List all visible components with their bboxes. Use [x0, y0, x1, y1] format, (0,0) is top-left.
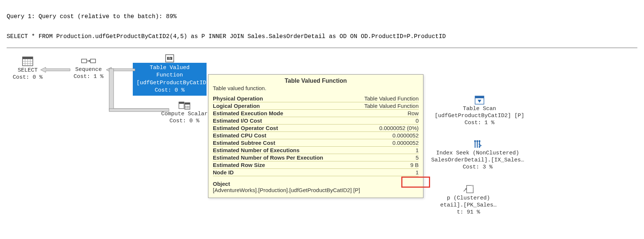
key-lookup-icon [463, 185, 474, 194]
svg-rect-7 [82, 59, 87, 63]
svg-rect-1 [22, 57, 33, 59]
function-icon: fx [166, 55, 174, 62]
tooltip-title: Table Valued Function [213, 78, 419, 84]
plan-node-label: Table Valued Function [136, 64, 203, 79]
svg-rect-36 [111, 69, 114, 71]
plan-arrow [41, 66, 70, 73]
svg-point-20 [188, 106, 189, 107]
operator-tooltip: Table Valued Function Table valued funct… [208, 74, 423, 198]
plan-node-cost: Cost: 3 % [424, 164, 531, 171]
svg-point-21 [186, 107, 186, 108]
svg-marker-37 [105, 109, 111, 111]
plan-node-select[interactable]: SELECT Cost: 0 % [11, 57, 44, 81]
tooltip-object-value: [AdventureWorks].[Production].[udfGetPro… [213, 187, 419, 193]
svg-rect-8 [90, 59, 96, 63]
svg-marker-34 [41, 67, 70, 72]
plan-node-label: Table Scan [432, 106, 527, 113]
plan-node-table-scan[interactable]: Table Scan [udfGetProductByCatID2] [P] C… [432, 96, 527, 126]
svg-rect-17 [185, 103, 190, 105]
svg-point-28 [477, 140, 478, 142]
plan-node-label: p (Clustered) [424, 195, 513, 202]
tooltip-subtitle: Table valued function. [213, 85, 419, 91]
table-scan-icon [475, 96, 484, 104]
plan-node-label: Compute Scalar [155, 111, 214, 118]
tooltip-properties-table: Physical OperationTable Valued Function … [213, 95, 419, 176]
svg-point-23 [188, 107, 189, 108]
query-header: Query 1: Query cost (relative to the bat… [0, 0, 644, 47]
plan-node-cost: t: 91 % [424, 209, 513, 216]
plan-node-cost: Cost: 1 % [66, 74, 111, 81]
svg-point-29 [479, 140, 481, 142]
plan-node-tvf[interactable]: fx Table Valued Function [udfGetProductB… [133, 55, 207, 96]
plan-node-cost: Cost: 1 % [432, 120, 527, 127]
plan-node-sequence[interactable]: Sequence Cost: 1 % [66, 57, 111, 81]
svg-point-22 [187, 107, 188, 108]
svg-rect-25 [475, 96, 484, 98]
plan-node-detail: [udfGetProductByCatID2] [P] [432, 113, 527, 120]
plan-node-detail: SalesOrderDetail].[IX_Sales… [424, 157, 531, 164]
plan-node-key-lookup[interactable]: p (Clustered) etail].[PK_Sales… t: 91 % [424, 185, 513, 216]
plan-node-cost: Cost: 0 % [155, 118, 214, 125]
execution-plan-canvas[interactable]: SELECT Cost: 0 % Sequence Cost: 1 % fx T… [0, 48, 644, 239]
plan-node-cost: Cost: 0 % [11, 74, 44, 81]
svg-rect-15 [179, 102, 184, 104]
index-seek-icon [473, 140, 482, 148]
svg-point-19 [187, 106, 188, 107]
select-icon [22, 57, 33, 66]
compute-scalar-icon [179, 101, 190, 109]
plan-node-label: Sequence [66, 66, 111, 74]
plan-node-detail: etail].[PK_Sales… [424, 202, 513, 209]
plan-node-index-seek[interactable]: Index Seek (NonClustered) SalesOrderDeta… [424, 140, 531, 171]
plan-node-label: SELECT [11, 67, 44, 74]
query-sql-line: SELECT * FROM Production.udfGetProductBy… [7, 33, 637, 40]
sequence-icon [82, 57, 96, 65]
svg-point-27 [474, 140, 476, 142]
plan-node-detail: [udfGetProductByCatID [136, 79, 203, 87]
svg-point-18 [186, 106, 186, 107]
plan-node-label: Index Seek (NonClustered) [424, 150, 531, 157]
plan-node-compute-scalar[interactable]: Compute Scalar Cost: 0 % [155, 101, 214, 125]
svg-text:fx: fx [168, 57, 171, 60]
query-cost-line: Query 1: Query cost (relative to the bat… [7, 13, 637, 20]
tooltip-object-label: Object [213, 181, 419, 187]
plan-node-cost: Cost: 0 % [136, 87, 203, 94]
